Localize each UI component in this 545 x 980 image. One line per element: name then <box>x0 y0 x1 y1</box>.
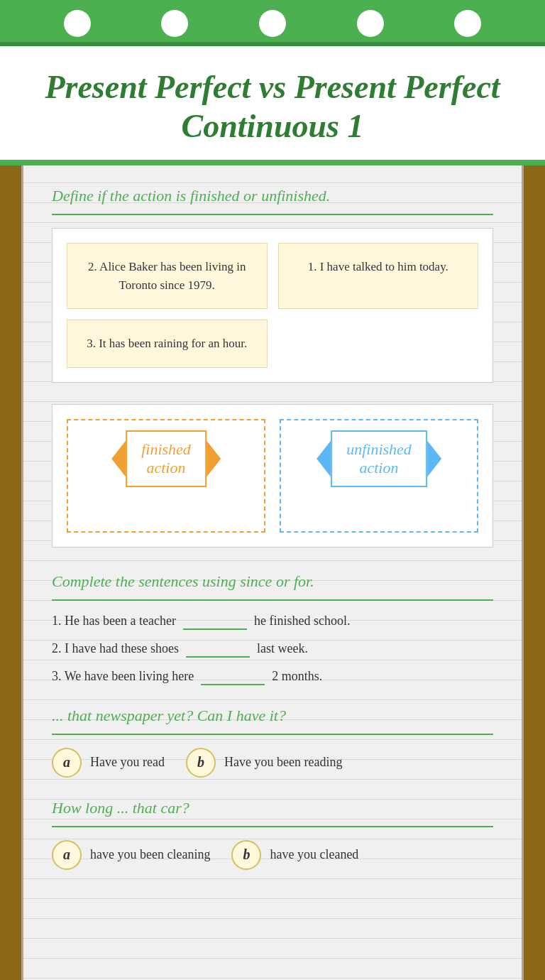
section2-title: Complete the sentences using since or fo… <box>52 572 493 591</box>
sort-container: finished action unfinished action <box>52 404 493 548</box>
section1-divider <box>52 214 493 215</box>
option-4a[interactable]: a have you been cleaning <box>52 840 210 870</box>
section4-divider <box>52 826 493 827</box>
section4-question: How long ... that car? <box>52 799 493 817</box>
content-area: Define if the action is finished or unfi… <box>21 165 524 980</box>
section2-since: since <box>240 572 272 590</box>
section3-question: ... that newspaper yet? Can I have it? <box>52 707 493 725</box>
option-3b[interactable]: b Have you been reading <box>186 748 342 778</box>
top-banner <box>0 0 545 46</box>
sentence-2-before: 2. I have had these shoes <box>52 641 179 656</box>
dot-5 <box>454 10 481 37</box>
option-4b[interactable]: b have you cleaned <box>231 840 358 870</box>
sentence-3: 3. We have been living here 2 months. <box>52 669 493 685</box>
option-4b-text: have you cleaned <box>270 847 358 862</box>
badge-3a: a <box>52 748 82 778</box>
sentence-card-2[interactable]: 2. Alice Baker has been living in Toront… <box>67 243 268 309</box>
blank-2[interactable] <box>186 641 250 658</box>
finished-action-label: finished action <box>126 430 207 487</box>
badge-4a: a <box>52 840 82 870</box>
unfinished-action-label: unfinished action <box>331 430 427 487</box>
finished-arrow-right <box>205 439 221 479</box>
section2-end: . <box>310 572 314 590</box>
section2-or: or <box>272 572 294 590</box>
sentence-3-after: 2 months. <box>272 669 322 684</box>
title-area: Present Perfect vs Present Perfect Conti… <box>0 46 545 160</box>
sentence-2-after: last week. <box>257 641 308 656</box>
option-3a-text: Have you read <box>90 755 165 770</box>
unfinished-arrow-left <box>316 439 332 479</box>
section3-options: a Have you read b Have you been reading <box>52 748 493 778</box>
option-3a[interactable]: a Have you read <box>52 748 165 778</box>
badge-4b: b <box>231 840 261 870</box>
section-newspaper: ... that newspaper yet? Can I have it? a… <box>52 707 493 778</box>
section-since-for: Complete the sentences using since or fo… <box>52 572 493 685</box>
section2-instruction-text: Complete the sentences using <box>52 572 240 590</box>
sentence-2: 2. I have had these shoes last week. <box>52 641 493 658</box>
section3-divider <box>52 734 493 735</box>
blank-1[interactable] <box>183 614 247 630</box>
blank-3[interactable] <box>201 669 265 685</box>
finished-label-wrapper: finished action <box>111 430 221 487</box>
section4-options: a have you been cleaning b have you clea… <box>52 840 493 870</box>
dot-3 <box>259 10 286 37</box>
section2-divider <box>52 599 493 601</box>
dot-2 <box>161 10 188 37</box>
section-car: How long ... that car? a have you been c… <box>52 799 493 870</box>
finished-arrow-left <box>111 439 127 479</box>
green-separator <box>0 160 545 165</box>
cards-container: 2. Alice Baker has been living in Toront… <box>52 228 493 383</box>
empty-card <box>278 320 479 368</box>
section1-title: Define if the action is finished or unfi… <box>52 187 493 205</box>
unfinished-arrow-right <box>426 439 441 479</box>
sentence-3-before: 3. We have been living here <box>52 669 194 684</box>
sentence-card-3[interactable]: 3. It has been raining for an hour. <box>67 320 268 368</box>
unfinished-label-wrapper: unfinished action <box>316 430 441 487</box>
option-4a-text: have you been cleaning <box>90 847 210 862</box>
dot-4 <box>357 10 384 37</box>
page-title: Present Perfect vs Present Perfect Conti… <box>28 67 517 146</box>
badge-3b: b <box>186 748 216 778</box>
finished-action-box[interactable]: finished action <box>67 419 265 533</box>
unfinished-action-box[interactable]: unfinished action <box>280 419 478 533</box>
sentence-card-1[interactable]: 1. I have talked to him today. <box>278 243 479 309</box>
sentence-1-after: he finished school. <box>254 614 350 628</box>
section2-for: for <box>294 572 310 590</box>
section-define: Define if the action is finished or unfi… <box>52 187 493 548</box>
sentence-1-before: 1. He has been a teacher <box>52 614 176 628</box>
option-3b-text: Have you been reading <box>224 755 342 770</box>
sentence-1: 1. He has been a teacher he finished sch… <box>52 614 493 630</box>
dot-1 <box>64 10 91 37</box>
